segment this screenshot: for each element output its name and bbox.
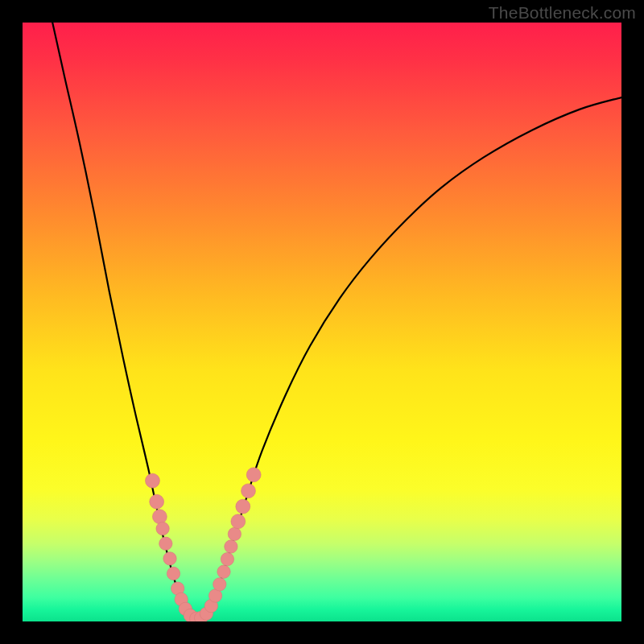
- marker-dot: [152, 510, 167, 524]
- marker-dot: [159, 537, 172, 550]
- marker-dot: [217, 565, 230, 578]
- marker-dot: [156, 522, 169, 535]
- marker-dot: [236, 499, 250, 514]
- plot-area: [23, 23, 621, 621]
- marker-dot: [228, 527, 241, 540]
- marker-dot: [146, 473, 160, 488]
- highlight-markers: [146, 468, 262, 621]
- marker-dot: [150, 494, 164, 509]
- plot-svg: [23, 23, 621, 621]
- bottleneck-curve: [52, 23, 621, 620]
- marker-dot: [221, 552, 233, 565]
- marker-dot: [225, 540, 237, 553]
- marker-dot: [213, 578, 226, 591]
- marker-dot: [163, 552, 176, 565]
- marker-dot: [167, 567, 180, 580]
- marker-dot: [246, 468, 261, 482]
- watermark-text: TheBottleneck.com: [489, 3, 636, 23]
- marker-dot: [242, 484, 256, 498]
- marker-dot: [231, 514, 246, 529]
